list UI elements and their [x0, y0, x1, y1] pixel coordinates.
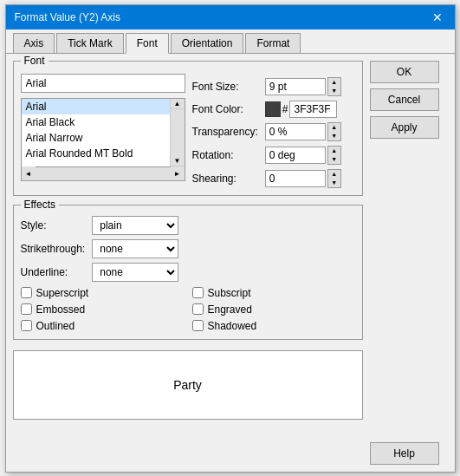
scroll-left-button[interactable]: ◄	[22, 166, 36, 180]
checkboxes-grid: Superscript Subscript Embossed Engraved	[21, 287, 355, 332]
main-content: Font Arial Arial Blac	[6, 54, 455, 472]
font-item-arial[interactable]: Arial	[22, 99, 170, 114]
font-size-spinner[interactable]: ▲ ▼	[327, 77, 341, 96]
shearing-label: Shearing:	[192, 173, 258, 185]
engraved-label: Engraved	[208, 303, 252, 316]
transparency-spinner[interactable]: ▲ ▼	[327, 122, 341, 141]
font-list-container: Arial Arial Black Arial Narrow Arial Rou…	[21, 98, 185, 167]
superscript-label: Superscript	[36, 287, 89, 299]
style-select[interactable]: plain bold italic bold italic	[92, 216, 178, 235]
dialog-title: Format Value (Y2) Axis	[15, 11, 120, 23]
left-panel: Font Arial Arial Blac	[13, 61, 363, 465]
font-right: Font Size: ▲ ▼ Font Color:	[192, 74, 355, 188]
font-size-row: ▲ ▼	[265, 77, 355, 96]
transparency-down[interactable]: ▼	[328, 132, 340, 140]
transparency-input[interactable]	[265, 123, 326, 140]
engraved-row: Engraved	[192, 303, 355, 316]
font-item-arial-narrow[interactable]: Arial Narrow	[22, 130, 170, 146]
font-list[interactable]: Arial Arial Black Arial Narrow Arial Rou…	[22, 99, 170, 166]
scroll-right-button[interactable]: ►	[171, 166, 185, 180]
scroll-down-button[interactable]: ▼	[171, 156, 185, 166]
shearing-input[interactable]	[265, 170, 326, 187]
transparency-label: Transparency:	[192, 126, 258, 138]
rotation-label: Rotation:	[192, 149, 258, 161]
outlined-label: Outlined	[36, 320, 75, 332]
horiz-scroll-track	[36, 167, 171, 180]
font-item-arial-black[interactable]: Arial Black	[22, 114, 170, 130]
font-color-input[interactable]	[289, 101, 337, 118]
shadowed-checkbox[interactable]	[192, 320, 204, 331]
font-size-label: Font Size:	[192, 81, 258, 93]
effects-group-label: Effects	[21, 199, 59, 211]
subscript-row: Subscript	[192, 287, 355, 299]
font-color-row: #	[265, 101, 355, 118]
font-color-swatch[interactable]	[265, 101, 281, 117]
underline-select[interactable]: none single double	[92, 263, 178, 282]
horiz-scrollbar[interactable]: ◄ ►	[21, 167, 185, 181]
engraved-checkbox[interactable]	[192, 303, 204, 315]
outlined-checkbox[interactable]	[21, 320, 32, 331]
shadowed-label: Shadowed	[208, 320, 257, 332]
font-group-label: Font	[21, 55, 49, 67]
right-panel: OK Cancel Apply Help	[370, 61, 448, 465]
tab-tick-mark[interactable]: Tick Mark	[56, 33, 124, 53]
font-size-down[interactable]: ▼	[328, 87, 340, 95]
font-left: Arial Arial Black Arial Narrow Arial Rou…	[21, 74, 185, 181]
font-section: Arial Arial Black Arial Narrow Arial Rou…	[21, 74, 355, 188]
effects-controls: Style: plain bold italic bold italic Str…	[21, 216, 355, 282]
rotation-row: ▲ ▼	[265, 146, 355, 165]
transparency-up[interactable]: ▲	[328, 123, 340, 132]
embossed-row: Embossed	[21, 303, 184, 316]
font-group: Font Arial Arial Blac	[13, 61, 363, 196]
font-top-row: Arial Arial Black Arial Narrow Arial Rou…	[21, 74, 355, 188]
rotation-input[interactable]	[265, 147, 326, 164]
tab-axis[interactable]: Axis	[13, 33, 55, 53]
effects-group: Effects Style: plain bold italic bold it…	[13, 205, 363, 340]
font-properties: Font Size: ▲ ▼ Font Color:	[192, 77, 355, 188]
underline-label: Underline:	[21, 266, 86, 278]
superscript-row: Superscript	[21, 287, 184, 299]
superscript-checkbox[interactable]	[21, 287, 32, 298]
font-name-input[interactable]	[21, 74, 185, 93]
font-list-scrollbar[interactable]: ▲ ▼	[170, 99, 185, 166]
subscript-checkbox[interactable]	[192, 287, 204, 298]
shearing-down[interactable]: ▼	[328, 179, 340, 187]
shearing-row: ▲ ▼	[265, 169, 355, 188]
rotation-spinner[interactable]: ▲ ▼	[327, 146, 341, 165]
rotation-down[interactable]: ▼	[328, 155, 340, 164]
preview-text: Party	[173, 378, 202, 392]
font-size-up[interactable]: ▲	[328, 78, 340, 87]
shadowed-row: Shadowed	[192, 320, 355, 332]
tab-bar: Axis Tick Mark Font Orientation Format	[6, 29, 455, 54]
embossed-label: Embossed	[36, 303, 86, 316]
apply-button[interactable]: Apply	[370, 116, 439, 139]
tab-font[interactable]: Font	[126, 33, 169, 54]
shearing-up[interactable]: ▲	[328, 170, 340, 179]
font-size-input[interactable]	[265, 78, 326, 95]
shearing-spinner[interactable]: ▲ ▼	[327, 169, 341, 188]
ok-button[interactable]: OK	[370, 61, 439, 83]
help-button[interactable]: Help	[370, 442, 439, 465]
strikethrough-select[interactable]: none single double	[92, 239, 178, 258]
transparency-row: ▲ ▼	[265, 122, 355, 141]
hash-symbol: #	[282, 103, 288, 115]
font-item-arial-rounded[interactable]: Arial Rounded MT Bold	[22, 146, 170, 161]
preview-box: Party	[13, 350, 363, 420]
cancel-button[interactable]: Cancel	[370, 88, 439, 111]
subscript-label: Subscript	[208, 287, 251, 299]
close-button[interactable]: ✕	[429, 10, 446, 24]
embossed-checkbox[interactable]	[21, 303, 32, 315]
rotation-up[interactable]: ▲	[328, 147, 340, 155]
outlined-row: Outlined	[21, 320, 184, 332]
font-color-label: Font Color:	[192, 103, 258, 115]
font-name-row	[21, 74, 185, 93]
scroll-up-button[interactable]: ▲	[171, 99, 185, 109]
title-bar: Format Value (Y2) Axis ✕	[6, 5, 455, 29]
strikethrough-label: Strikethrough:	[21, 243, 86, 255]
tab-orientation[interactable]: Orientation	[171, 33, 244, 53]
format-dialog: Format Value (Y2) Axis ✕ Axis Tick Mark …	[5, 4, 456, 473]
style-label: Style:	[21, 219, 86, 231]
tab-format[interactable]: Format	[245, 33, 301, 53]
